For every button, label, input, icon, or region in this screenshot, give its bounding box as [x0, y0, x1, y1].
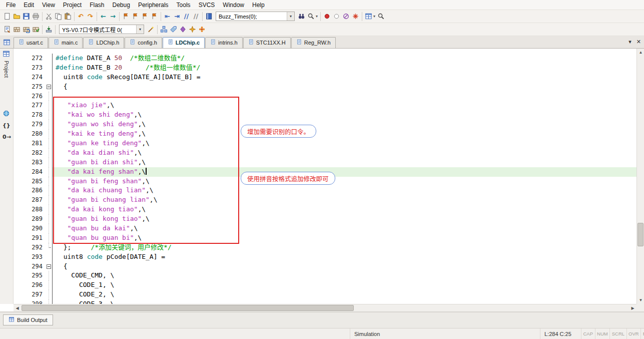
- bookmark-toggle-icon[interactable]: [121, 12, 131, 22]
- code-line[interactable]: 295 CODE_CMD, \: [14, 271, 636, 280]
- tab-config.h[interactable]: config.h: [125, 37, 162, 48]
- vertical-scrollbar[interactable]: ▲ ▼: [636, 49, 644, 304]
- code-line[interactable]: 293 uint8 code pCode[DATE_A] =: [14, 252, 636, 262]
- breakpoints-kill-all-icon[interactable]: [351, 12, 360, 22]
- tab-LDChip.h[interactable]: LDChip.h: [83, 37, 124, 48]
- line-number[interactable]: 298: [14, 299, 46, 304]
- line-number[interactable]: 293: [14, 252, 46, 262]
- uncomment-icon[interactable]: ∕∕: [191, 12, 201, 22]
- code-line[interactable]: 287 "guan bi chuang lian",\: [14, 195, 636, 205]
- breakpoints-disable-all-icon[interactable]: [341, 12, 351, 22]
- comment-icon[interactable]: ∕∕: [182, 12, 191, 22]
- bookmark-prev-icon[interactable]: [131, 12, 140, 22]
- code-line[interactable]: 288 "da kai kong tiao",\: [14, 205, 636, 214]
- line-number[interactable]: 294: [14, 262, 46, 271]
- line-number[interactable]: 289: [14, 214, 46, 224]
- project-panel-tab[interactable]: Project: [4, 61, 10, 78]
- code-line[interactable]: 291 "quan bu guan bi",\: [14, 233, 636, 243]
- scroll-up-icon[interactable]: ▲: [637, 49, 644, 56]
- memory-window-icon[interactable]: [364, 12, 373, 22]
- books-manage-icon[interactable]: [197, 25, 207, 35]
- code-text[interactable]: #define DATE_A 50 /*数组二维数值*/: [53, 54, 636, 63]
- build-icon[interactable]: [12, 25, 22, 35]
- code-text[interactable]: "quan bu guan bi",\: [53, 233, 636, 243]
- nav-forward-icon[interactable]: →: [108, 12, 118, 22]
- line-number[interactable]: 277: [14, 101, 46, 110]
- tab-usart.c[interactable]: usart.c: [14, 37, 48, 48]
- code-line[interactable]: 276: [14, 92, 636, 101]
- line-number[interactable]: 285: [14, 177, 46, 186]
- horizontal-scroll-thumb[interactable]: [22, 305, 354, 311]
- code-line[interactable]: 296 CODE_1, \: [14, 280, 636, 290]
- code-text[interactable]: #define DATE_B 20 /*数组一维数值*/: [53, 63, 636, 73]
- line-number[interactable]: 292: [14, 243, 46, 252]
- code-text[interactable]: {: [53, 82, 636, 92]
- menu-window[interactable]: Window: [219, 1, 248, 10]
- paste-icon[interactable]: [63, 12, 73, 22]
- code-line[interactable]: 283 "guan bi dian shi",\: [14, 158, 636, 167]
- code-text[interactable]: "guan bi kong tiao",\: [53, 214, 636, 224]
- code-text[interactable]: "da kai chuang lian",\: [53, 186, 636, 195]
- new-file-icon[interactable]: [3, 12, 12, 22]
- code-line[interactable]: 282 "da kai dian shi",\: [14, 148, 636, 158]
- fold-margin[interactable]: [46, 262, 53, 271]
- find-combo[interactable]: Buzz_Times(0);▾: [216, 12, 295, 21]
- code-text[interactable]: CODE_2, \: [53, 290, 636, 299]
- batch-build-icon[interactable]: [31, 25, 41, 35]
- environment-icon[interactable]: [188, 25, 197, 35]
- menu-file[interactable]: File: [2, 1, 20, 10]
- tab-STC11XX.H[interactable]: STC11XX.H: [243, 37, 291, 48]
- file-extensions-icon[interactable]: [169, 25, 178, 35]
- code-text[interactable]: "guan wo shi deng",\: [53, 120, 636, 129]
- indent-left-icon[interactable]: ⇤: [163, 12, 172, 22]
- chevron-down-icon[interactable]: ▾: [373, 14, 375, 19]
- code-text[interactable]: "xiao jie",\: [53, 101, 636, 110]
- code-line[interactable]: 298 CODE_3, \: [14, 299, 636, 304]
- cut-icon[interactable]: [44, 12, 54, 22]
- code-text[interactable]: "guan bi dian shi",\: [53, 158, 636, 167]
- line-number[interactable]: 295: [14, 271, 46, 280]
- code-line[interactable]: 294 {: [14, 262, 636, 271]
- vertical-scroll-thumb[interactable]: [637, 223, 643, 246]
- indent-right-icon[interactable]: ⇥: [172, 12, 182, 22]
- functions-icon[interactable]: {}: [3, 122, 11, 131]
- open-file-icon[interactable]: [12, 12, 22, 22]
- line-number[interactable]: 288: [14, 205, 46, 214]
- fold-margin[interactable]: [46, 82, 53, 92]
- chevron-down-icon[interactable]: ▾: [316, 14, 318, 19]
- line-number[interactable]: 275: [14, 82, 46, 92]
- code-text[interactable]: }; /*添加关键词，用户修改*/: [53, 243, 636, 252]
- pack-icon[interactable]: [178, 25, 188, 35]
- redo-icon[interactable]: ↷: [86, 12, 95, 22]
- chevron-down-icon[interactable]: ▾: [136, 25, 144, 34]
- code-text[interactable]: "da kai kong tiao",\: [53, 205, 636, 214]
- target-select[interactable]: YS-V0.7口令模式工程 0(▾: [59, 25, 144, 34]
- manage-components-icon[interactable]: [159, 25, 169, 35]
- code-text[interactable]: "da kai dian shi",\: [53, 148, 636, 158]
- print-icon[interactable]: [31, 12, 41, 22]
- code-text[interactable]: "quan bu da kai",\: [53, 224, 636, 233]
- fold-box-icon[interactable]: [47, 264, 51, 269]
- workspace-icon[interactable]: [2, 37, 12, 47]
- code-text[interactable]: "guan ke ting deng",\: [53, 139, 636, 148]
- search-icon[interactable]: [306, 12, 316, 22]
- books-icon[interactable]: [3, 110, 11, 118]
- code-line[interactable]: 286 "da kai chuang lian",\: [14, 186, 636, 195]
- horizontal-scrollbar[interactable]: ◀ ▶: [14, 304, 636, 311]
- line-number[interactable]: 273: [14, 63, 46, 73]
- code-text[interactable]: CODE_CMD, \: [53, 271, 636, 280]
- menu-view[interactable]: View: [38, 1, 59, 10]
- code-line[interactable]: 278 "kai wo shi deng",\: [14, 110, 636, 120]
- line-number[interactable]: 287: [14, 195, 46, 205]
- nav-back-icon[interactable]: ←: [99, 12, 108, 22]
- line-number[interactable]: 284: [14, 167, 46, 177]
- code-text[interactable]: [53, 92, 636, 101]
- line-number[interactable]: 282: [14, 148, 46, 158]
- close-tab-icon[interactable]: ✕: [636, 39, 641, 45]
- line-number[interactable]: 283: [14, 158, 46, 167]
- code-text[interactable]: "guan bi feng shan",\: [53, 177, 636, 186]
- copy-icon[interactable]: [54, 12, 63, 22]
- line-number[interactable]: 291: [14, 233, 46, 243]
- menu-debug[interactable]: Debug: [109, 1, 134, 10]
- code-text[interactable]: CODE_1, \: [53, 280, 636, 290]
